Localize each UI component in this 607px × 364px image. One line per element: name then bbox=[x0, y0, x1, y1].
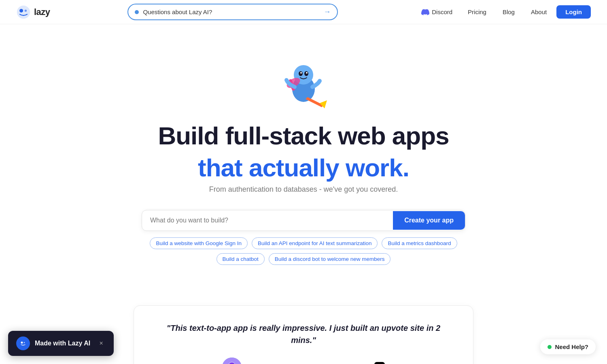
discord-link[interactable]: Discord bbox=[416, 5, 458, 19]
build-input[interactable] bbox=[142, 210, 393, 231]
author-avatar bbox=[222, 358, 242, 364]
main-content: Build full-stack web apps that actually … bbox=[0, 0, 607, 364]
svg-point-2 bbox=[25, 9, 27, 11]
testimonial-section: "This text-to-app app is really impressi… bbox=[134, 305, 473, 364]
header-nav: Discord Pricing Blog About Login bbox=[416, 5, 591, 19]
hero-section: Build full-stack web apps that actually … bbox=[0, 24, 607, 281]
hero-subtitle: From authentication to databases - we've… bbox=[209, 185, 398, 194]
build-input-area: Create your app Build a website with Goo… bbox=[142, 210, 465, 265]
suggestion-chips: Build a website with Google Sign InBuild… bbox=[142, 237, 465, 265]
create-app-button[interactable]: Create your app bbox=[393, 211, 465, 230]
header-search-bar[interactable]: Questions about Lazy AI? → bbox=[127, 4, 338, 20]
twitter-x-icon: 𝕏 bbox=[374, 362, 385, 364]
suggestion-chip-4[interactable]: Build a discord bot to welcome new membe… bbox=[269, 253, 391, 265]
svg-point-5 bbox=[299, 71, 303, 76]
need-help-status-dot bbox=[548, 345, 552, 349]
testimonial-author: Ryan Hoover (Founder of Product Hunt) 𝕏 bbox=[158, 358, 449, 364]
testimonial-quote: "This text-to-app app is really impressi… bbox=[158, 322, 449, 346]
svg-point-8 bbox=[306, 72, 308, 74]
about-link[interactable]: About bbox=[524, 5, 553, 19]
svg-point-0 bbox=[17, 5, 30, 18]
logo-text: lazy bbox=[34, 7, 50, 17]
search-arrow-icon: → bbox=[323, 8, 331, 16]
suggestion-chip-3[interactable]: Build a chatbot bbox=[216, 253, 265, 265]
logo[interactable]: lazy bbox=[16, 5, 50, 19]
discord-icon bbox=[421, 8, 429, 16]
suggestion-chip-0[interactable]: Build a website with Google Sign In bbox=[150, 237, 248, 249]
svg-point-1 bbox=[19, 8, 23, 12]
need-help-widget[interactable]: Need Help? bbox=[540, 339, 596, 354]
svg-point-16 bbox=[21, 342, 23, 344]
need-help-text: Need Help? bbox=[555, 343, 588, 350]
banner-close-button[interactable]: × bbox=[97, 339, 106, 348]
suggestion-chip-1[interactable]: Build an API endpoint for AI text summar… bbox=[252, 237, 378, 249]
logo-icon bbox=[16, 5, 31, 19]
bottom-banner: Made with Lazy AI × bbox=[8, 331, 114, 356]
banner-logo-icon bbox=[16, 336, 30, 350]
svg-point-7 bbox=[300, 72, 302, 74]
pricing-link[interactable]: Pricing bbox=[461, 5, 493, 19]
header: lazy Questions about Lazy AI? → Discord … bbox=[0, 0, 607, 24]
login-button[interactable]: Login bbox=[556, 5, 591, 19]
hero-title-line2: that actually work. bbox=[198, 153, 409, 182]
header-search-text: Questions about Lazy AI? bbox=[143, 8, 319, 15]
banner-text: Made with Lazy AI bbox=[35, 340, 90, 347]
discord-label: Discord bbox=[432, 8, 452, 15]
search-status-dot bbox=[135, 10, 139, 14]
svg-point-6 bbox=[304, 71, 308, 76]
svg-point-17 bbox=[24, 342, 25, 343]
hero-title-line1: Build full-stack web apps bbox=[158, 121, 449, 150]
build-input-row: Create your app bbox=[142, 210, 465, 231]
suggestion-chip-2[interactable]: Build a metrics dashboard bbox=[382, 237, 457, 249]
blog-link[interactable]: Blog bbox=[496, 5, 521, 19]
mascot-image bbox=[271, 49, 336, 113]
